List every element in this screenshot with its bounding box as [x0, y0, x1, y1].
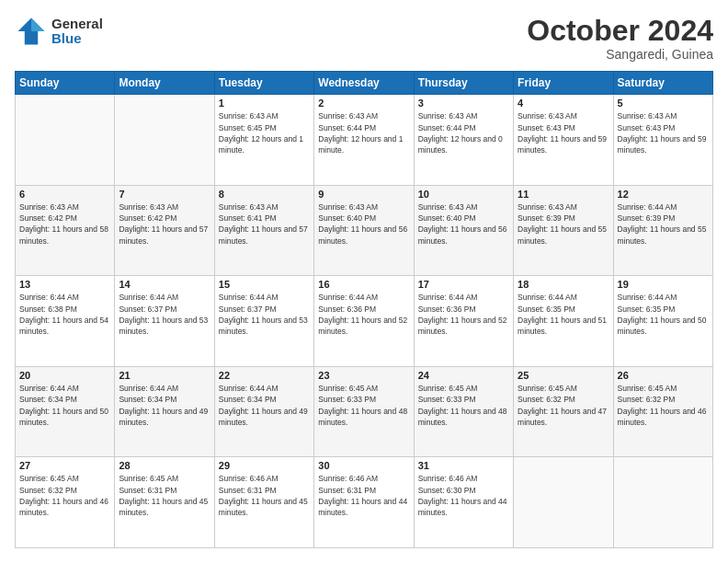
table-row: 17Sunrise: 6:44 AMSunset: 6:36 PMDayligh…: [414, 276, 513, 367]
day-info: Sunrise: 6:43 AMSunset: 6:44 PMDaylight:…: [318, 110, 409, 155]
day-number: 21: [119, 370, 210, 381]
day-number: 28: [119, 460, 210, 471]
calendar-week-row: 20Sunrise: 6:44 AMSunset: 6:34 PMDayligh…: [16, 366, 713, 457]
table-row: 19Sunrise: 6:44 AMSunset: 6:35 PMDayligh…: [613, 276, 712, 367]
day-number: 19: [618, 279, 709, 290]
day-number: 15: [219, 279, 310, 290]
calendar-week-row: 27Sunrise: 6:45 AMSunset: 6:32 PMDayligh…: [16, 457, 713, 548]
table-row: 29Sunrise: 6:46 AMSunset: 6:31 PMDayligh…: [214, 457, 313, 548]
table-row: 31Sunrise: 6:46 AMSunset: 6:30 PMDayligh…: [414, 457, 513, 548]
logo-text-blue: Blue: [51, 31, 103, 47]
day-number: 2: [318, 98, 409, 109]
day-info: Sunrise: 6:46 AMSunset: 6:31 PMDaylight:…: [318, 473, 409, 518]
day-info: Sunrise: 6:43 AMSunset: 6:42 PMDaylight:…: [19, 201, 110, 247]
day-number: 25: [518, 370, 609, 381]
table-row: 3Sunrise: 6:43 AMSunset: 6:44 PMDaylight…: [414, 95, 513, 186]
calendar-week-row: 1Sunrise: 6:43 AMSunset: 6:45 PMDaylight…: [16, 95, 713, 186]
table-row: 9Sunrise: 6:43 AMSunset: 6:40 PMDaylight…: [314, 185, 414, 276]
day-info: Sunrise: 6:44 AMSunset: 6:34 PMDaylight:…: [219, 383, 310, 428]
day-number: 29: [219, 460, 310, 471]
col-tuesday: Tuesday: [214, 72, 313, 95]
day-number: 16: [318, 279, 409, 290]
table-row: 21Sunrise: 6:44 AMSunset: 6:34 PMDayligh…: [115, 366, 214, 457]
day-info: Sunrise: 6:43 AMSunset: 6:41 PMDaylight:…: [219, 201, 310, 247]
day-info: Sunrise: 6:43 AMSunset: 6:42 PMDaylight:…: [119, 201, 210, 247]
day-info: Sunrise: 6:44 AMSunset: 6:37 PMDaylight:…: [219, 292, 310, 337]
day-number: 14: [119, 279, 210, 290]
day-number: 20: [19, 370, 110, 381]
table-row: [16, 95, 115, 186]
col-monday: Monday: [115, 72, 214, 95]
table-row: 7Sunrise: 6:43 AMSunset: 6:42 PMDaylight…: [115, 185, 214, 276]
day-number: 12: [618, 189, 709, 200]
day-number: 22: [219, 370, 310, 381]
day-info: Sunrise: 6:43 AMSunset: 6:43 PMDaylight:…: [618, 110, 709, 155]
table-row: 10Sunrise: 6:43 AMSunset: 6:40 PMDayligh…: [414, 185, 513, 276]
table-row: 26Sunrise: 6:45 AMSunset: 6:32 PMDayligh…: [613, 366, 712, 457]
day-number: 13: [19, 279, 110, 290]
day-info: Sunrise: 6:46 AMSunset: 6:31 PMDaylight:…: [219, 473, 310, 518]
day-info: Sunrise: 6:44 AMSunset: 6:36 PMDaylight:…: [418, 292, 509, 337]
table-row: 14Sunrise: 6:44 AMSunset: 6:37 PMDayligh…: [115, 276, 214, 367]
day-info: Sunrise: 6:43 AMSunset: 6:40 PMDaylight:…: [418, 201, 509, 247]
table-row: 24Sunrise: 6:45 AMSunset: 6:33 PMDayligh…: [414, 366, 513, 457]
table-row: 2Sunrise: 6:43 AMSunset: 6:44 PMDaylight…: [314, 95, 414, 186]
location-subtitle: Sangaredi, Guinea: [527, 47, 713, 62]
calendar-week-row: 13Sunrise: 6:44 AMSunset: 6:38 PMDayligh…: [16, 276, 713, 367]
title-block: October 2024 Sangaredi, Guinea: [527, 15, 713, 62]
day-number: 23: [318, 370, 409, 381]
day-info: Sunrise: 6:45 AMSunset: 6:32 PMDaylight:…: [518, 383, 609, 428]
day-info: Sunrise: 6:45 AMSunset: 6:32 PMDaylight:…: [19, 473, 110, 518]
table-row: 12Sunrise: 6:44 AMSunset: 6:39 PMDayligh…: [613, 185, 712, 276]
day-info: Sunrise: 6:43 AMSunset: 6:43 PMDaylight:…: [518, 110, 609, 155]
day-info: Sunrise: 6:45 AMSunset: 6:33 PMDaylight:…: [418, 383, 509, 428]
col-sunday: Sunday: [16, 72, 115, 95]
table-row: 22Sunrise: 6:44 AMSunset: 6:34 PMDayligh…: [214, 366, 313, 457]
day-info: Sunrise: 6:43 AMSunset: 6:40 PMDaylight:…: [318, 201, 409, 247]
table-row: 30Sunrise: 6:46 AMSunset: 6:31 PMDayligh…: [314, 457, 414, 548]
day-number: 5: [618, 98, 709, 109]
table-row: 6Sunrise: 6:43 AMSunset: 6:42 PMDaylight…: [16, 185, 115, 276]
col-friday: Friday: [514, 72, 613, 95]
table-row: 28Sunrise: 6:45 AMSunset: 6:31 PMDayligh…: [115, 457, 214, 548]
day-info: Sunrise: 6:45 AMSunset: 6:33 PMDaylight:…: [318, 383, 409, 428]
table-row: 16Sunrise: 6:44 AMSunset: 6:36 PMDayligh…: [314, 276, 414, 367]
day-info: Sunrise: 6:45 AMSunset: 6:31 PMDaylight:…: [119, 473, 210, 518]
calendar-table: Sunday Monday Tuesday Wednesday Thursday…: [15, 71, 713, 548]
day-number: 26: [618, 370, 709, 381]
table-row: 18Sunrise: 6:44 AMSunset: 6:35 PMDayligh…: [514, 276, 613, 367]
month-title: October 2024: [527, 15, 713, 47]
day-number: 1: [219, 98, 310, 109]
day-info: Sunrise: 6:45 AMSunset: 6:32 PMDaylight:…: [618, 383, 709, 428]
col-thursday: Thursday: [414, 72, 513, 95]
logo-text-general: General: [51, 17, 103, 32]
logo: General Blue: [15, 15, 103, 48]
day-number: 7: [119, 189, 210, 200]
calendar-header-row: Sunday Monday Tuesday Wednesday Thursday…: [16, 72, 713, 95]
day-info: Sunrise: 6:46 AMSunset: 6:30 PMDaylight:…: [418, 473, 509, 518]
table-row: 13Sunrise: 6:44 AMSunset: 6:38 PMDayligh…: [16, 276, 115, 367]
day-number: 30: [318, 460, 409, 471]
table-row: [613, 457, 712, 548]
table-row: 15Sunrise: 6:44 AMSunset: 6:37 PMDayligh…: [214, 276, 313, 367]
day-number: 11: [518, 189, 609, 200]
table-row: [514, 457, 613, 548]
logo-icon: [15, 15, 48, 48]
day-info: Sunrise: 6:44 AMSunset: 6:35 PMDaylight:…: [618, 292, 709, 337]
day-number: 17: [418, 279, 509, 290]
day-info: Sunrise: 6:44 AMSunset: 6:34 PMDaylight:…: [119, 383, 210, 428]
day-number: 6: [19, 189, 110, 200]
day-number: 27: [19, 460, 110, 471]
table-row: 5Sunrise: 6:43 AMSunset: 6:43 PMDaylight…: [613, 95, 712, 186]
day-number: 8: [219, 189, 310, 200]
day-number: 24: [418, 370, 509, 381]
day-number: 18: [518, 279, 609, 290]
day-info: Sunrise: 6:43 AMSunset: 6:39 PMDaylight:…: [518, 201, 609, 247]
day-number: 31: [418, 460, 509, 471]
table-row: 20Sunrise: 6:44 AMSunset: 6:34 PMDayligh…: [16, 366, 115, 457]
col-wednesday: Wednesday: [314, 72, 414, 95]
table-row: 8Sunrise: 6:43 AMSunset: 6:41 PMDaylight…: [214, 185, 313, 276]
table-row: 25Sunrise: 6:45 AMSunset: 6:32 PMDayligh…: [514, 366, 613, 457]
day-number: 4: [518, 98, 609, 109]
table-row: 1Sunrise: 6:43 AMSunset: 6:45 PMDaylight…: [214, 95, 313, 186]
